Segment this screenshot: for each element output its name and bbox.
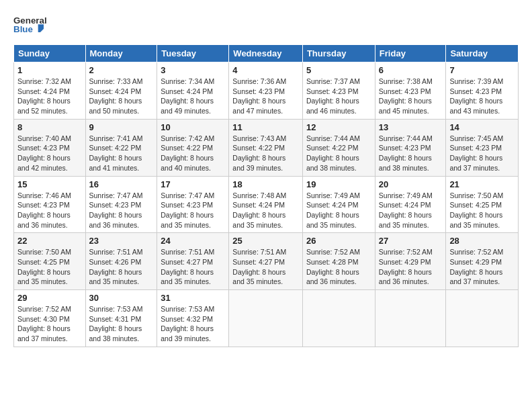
day-number: 31 — [161, 293, 225, 303]
day-info: Sunrise: 7:47 AMSunset: 4:23 PMDaylight:… — [89, 191, 143, 229]
day-number: 18 — [232, 179, 299, 189]
calendar-cell: 29 Sunrise: 7:52 AMSunset: 4:30 PMDaylig… — [14, 290, 86, 347]
calendar-cell: 19 Sunrise: 7:49 AMSunset: 4:24 PMDaylig… — [302, 176, 375, 233]
day-number: 25 — [232, 236, 299, 246]
day-number: 3 — [161, 65, 225, 75]
day-info: Sunrise: 7:33 AMSunset: 4:24 PMDaylight:… — [89, 77, 143, 115]
calendar-body: 1 Sunrise: 7:32 AMSunset: 4:24 PMDayligh… — [14, 62, 519, 347]
day-info: Sunrise: 7:51 AMSunset: 4:27 PMDaylight:… — [161, 248, 214, 285]
calendar-cell: 12 Sunrise: 7:44 AMSunset: 4:22 PMDaylig… — [302, 119, 375, 176]
calendar-cell: 10 Sunrise: 7:42 AMSunset: 4:22 PMDaylig… — [157, 119, 229, 176]
day-info: Sunrise: 7:46 AMSunset: 4:23 PMDaylight:… — [17, 191, 71, 229]
day-number: 26 — [306, 236, 371, 246]
day-info: Sunrise: 7:49 AMSunset: 4:24 PMDaylight:… — [306, 191, 360, 229]
calendar-cell: 28 Sunrise: 7:52 AMSunset: 4:29 PMDaylig… — [446, 233, 519, 290]
day-number: 2 — [89, 65, 154, 75]
day-number: 7 — [449, 65, 515, 75]
day-info: Sunrise: 7:52 AMSunset: 4:29 PMDaylight:… — [449, 248, 503, 285]
day-number: 16 — [89, 179, 154, 189]
day-info: Sunrise: 7:42 AMSunset: 4:22 PMDaylight:… — [161, 134, 214, 172]
calendar-week-2: 8 Sunrise: 7:40 AMSunset: 4:23 PMDayligh… — [14, 119, 519, 176]
day-info: Sunrise: 7:52 AMSunset: 4:30 PMDaylight:… — [17, 305, 71, 342]
calendar-cell: 31 Sunrise: 7:53 AMSunset: 4:32 PMDaylig… — [157, 290, 229, 347]
day-info: Sunrise: 7:49 AMSunset: 4:24 PMDaylight:… — [379, 191, 433, 229]
calendar-page: General Blue SundayMondayTuesdayWednesda… — [0, 0, 532, 411]
day-info: Sunrise: 7:52 AMSunset: 4:28 PMDaylight:… — [306, 248, 360, 285]
calendar-cell — [229, 290, 303, 347]
calendar-cell: 22 Sunrise: 7:50 AMSunset: 4:25 PMDaylig… — [14, 233, 86, 290]
day-info: Sunrise: 7:47 AMSunset: 4:23 PMDaylight:… — [161, 191, 214, 229]
day-number: 14 — [449, 122, 515, 132]
calendar-cell: 7 Sunrise: 7:39 AMSunset: 4:23 PMDayligh… — [446, 62, 519, 120]
page-header: General Blue — [13, 12, 519, 39]
day-info: Sunrise: 7:43 AMSunset: 4:22 PMDaylight:… — [232, 134, 286, 172]
day-number: 28 — [449, 236, 515, 246]
calendar-cell: 4 Sunrise: 7:36 AMSunset: 4:23 PMDayligh… — [229, 62, 303, 120]
day-number: 5 — [306, 65, 371, 75]
calendar-cell: 27 Sunrise: 7:52 AMSunset: 4:29 PMDaylig… — [375, 233, 446, 290]
calendar-cell: 6 Sunrise: 7:38 AMSunset: 4:23 PMDayligh… — [375, 62, 446, 120]
calendar-cell: 5 Sunrise: 7:37 AMSunset: 4:23 PMDayligh… — [302, 62, 375, 120]
calendar-week-4: 22 Sunrise: 7:50 AMSunset: 4:25 PMDaylig… — [14, 233, 519, 290]
day-number: 8 — [17, 122, 82, 132]
calendar-cell: 30 Sunrise: 7:53 AMSunset: 4:31 PMDaylig… — [85, 290, 157, 347]
logo-svg: General Blue — [13, 12, 47, 39]
day-info: Sunrise: 7:40 AMSunset: 4:23 PMDaylight:… — [17, 134, 71, 172]
weekday-header-thursday: Thursday — [302, 45, 375, 62]
day-info: Sunrise: 7:34 AMSunset: 4:24 PMDaylight:… — [161, 77, 214, 115]
calendar-week-3: 15 Sunrise: 7:46 AMSunset: 4:23 PMDaylig… — [14, 176, 519, 233]
day-info: Sunrise: 7:53 AMSunset: 4:31 PMDaylight:… — [89, 305, 143, 342]
calendar-cell — [302, 290, 375, 347]
calendar-cell: 9 Sunrise: 7:41 AMSunset: 4:22 PMDayligh… — [85, 119, 157, 176]
calendar-cell: 21 Sunrise: 7:50 AMSunset: 4:25 PMDaylig… — [446, 176, 519, 233]
day-number: 21 — [449, 179, 515, 189]
day-number: 27 — [379, 236, 443, 246]
calendar-cell: 24 Sunrise: 7:51 AMSunset: 4:27 PMDaylig… — [157, 233, 229, 290]
calendar-cell: 3 Sunrise: 7:34 AMSunset: 4:24 PMDayligh… — [157, 62, 229, 120]
day-info: Sunrise: 7:36 AMSunset: 4:23 PMDaylight:… — [232, 77, 286, 115]
day-info: Sunrise: 7:38 AMSunset: 4:23 PMDaylight:… — [379, 77, 433, 115]
weekday-header-tuesday: Tuesday — [157, 45, 229, 62]
calendar-cell: 26 Sunrise: 7:52 AMSunset: 4:28 PMDaylig… — [302, 233, 375, 290]
calendar-cell: 17 Sunrise: 7:47 AMSunset: 4:23 PMDaylig… — [157, 176, 229, 233]
day-info: Sunrise: 7:37 AMSunset: 4:23 PMDaylight:… — [306, 77, 360, 115]
calendar-cell: 15 Sunrise: 7:46 AMSunset: 4:23 PMDaylig… — [14, 176, 86, 233]
day-info: Sunrise: 7:41 AMSunset: 4:22 PMDaylight:… — [89, 134, 143, 172]
svg-text:Blue: Blue — [13, 24, 33, 34]
day-info: Sunrise: 7:52 AMSunset: 4:29 PMDaylight:… — [379, 248, 433, 285]
day-number: 23 — [89, 236, 154, 246]
day-info: Sunrise: 7:44 AMSunset: 4:22 PMDaylight:… — [306, 134, 360, 172]
calendar-cell: 13 Sunrise: 7:44 AMSunset: 4:23 PMDaylig… — [375, 119, 446, 176]
calendar-cell — [446, 290, 519, 347]
day-info: Sunrise: 7:50 AMSunset: 4:25 PMDaylight:… — [17, 248, 71, 285]
day-number: 30 — [89, 293, 154, 303]
weekday-header-sunday: Sunday — [14, 45, 86, 62]
calendar-week-1: 1 Sunrise: 7:32 AMSunset: 4:24 PMDayligh… — [14, 62, 519, 120]
day-number: 1 — [17, 65, 82, 75]
day-number: 29 — [17, 293, 82, 303]
calendar-cell: 8 Sunrise: 7:40 AMSunset: 4:23 PMDayligh… — [14, 119, 86, 176]
calendar-week-5: 29 Sunrise: 7:52 AMSunset: 4:30 PMDaylig… — [14, 290, 519, 347]
day-info: Sunrise: 7:48 AMSunset: 4:24 PMDaylight:… — [232, 191, 286, 229]
calendar-cell: 23 Sunrise: 7:51 AMSunset: 4:26 PMDaylig… — [85, 233, 157, 290]
calendar-cell: 18 Sunrise: 7:48 AMSunset: 4:24 PMDaylig… — [229, 176, 303, 233]
day-number: 10 — [161, 122, 225, 132]
day-number: 24 — [161, 236, 225, 246]
day-number: 11 — [232, 122, 299, 132]
day-info: Sunrise: 7:44 AMSunset: 4:23 PMDaylight:… — [379, 134, 433, 172]
day-info: Sunrise: 7:32 AMSunset: 4:24 PMDaylight:… — [17, 77, 71, 115]
day-number: 20 — [379, 179, 443, 189]
day-number: 6 — [379, 65, 443, 75]
weekday-header-row: SundayMondayTuesdayWednesdayThursdayFrid… — [14, 45, 519, 62]
day-info: Sunrise: 7:45 AMSunset: 4:23 PMDaylight:… — [449, 134, 503, 172]
day-info: Sunrise: 7:51 AMSunset: 4:26 PMDaylight:… — [89, 248, 143, 285]
day-info: Sunrise: 7:50 AMSunset: 4:25 PMDaylight:… — [449, 191, 503, 229]
calendar-cell — [375, 290, 446, 347]
weekday-header-monday: Monday — [85, 45, 157, 62]
day-info: Sunrise: 7:53 AMSunset: 4:32 PMDaylight:… — [161, 305, 214, 342]
day-number: 22 — [17, 236, 82, 246]
weekday-header-wednesday: Wednesday — [229, 45, 303, 62]
calendar-cell: 11 Sunrise: 7:43 AMSunset: 4:22 PMDaylig… — [229, 119, 303, 176]
calendar-table: SundayMondayTuesdayWednesdayThursdayFrid… — [13, 44, 519, 347]
calendar-cell: 25 Sunrise: 7:51 AMSunset: 4:27 PMDaylig… — [229, 233, 303, 290]
